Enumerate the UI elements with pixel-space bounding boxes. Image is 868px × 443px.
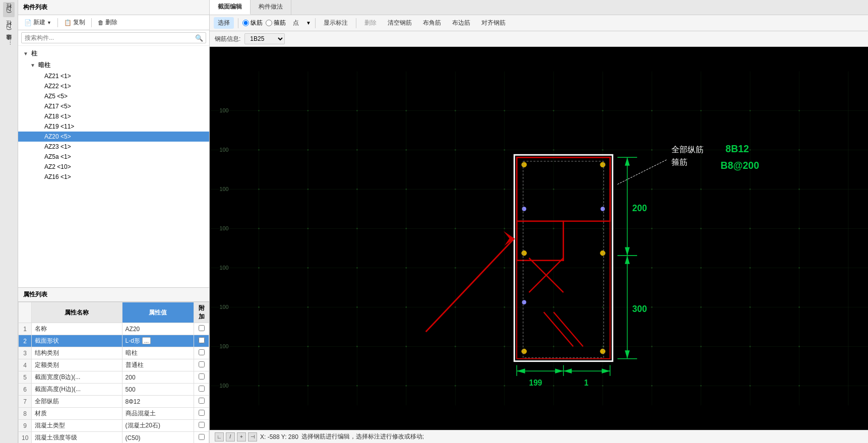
corner-rebar-button[interactable]: 布角筋 bbox=[419, 17, 445, 29]
svg-point-112 bbox=[553, 385, 554, 387]
prop-checkbox-cell[interactable] bbox=[194, 359, 209, 371]
svg-point-83 bbox=[307, 306, 308, 308]
tree-item-az19[interactable]: AZ19 <11> bbox=[18, 121, 209, 132]
align-rebar-button[interactable]: 对齐钢筋 bbox=[477, 17, 510, 29]
prop-name-cell: 名称 bbox=[32, 323, 122, 335]
prop-checkbox[interactable] bbox=[199, 373, 205, 379]
prop-checkbox-cell[interactable] bbox=[194, 335, 209, 347]
svg-point-25 bbox=[405, 110, 407, 111]
longitudinal-radio-label[interactable]: 纵筋 bbox=[242, 19, 263, 27]
prop-checkbox-cell[interactable] bbox=[194, 432, 209, 444]
tab-section-edit[interactable]: 截面编辑 bbox=[210, 0, 251, 15]
steel-info-select[interactable]: 1B25 2B25 3B25 bbox=[244, 33, 285, 44]
longitudinal-radio[interactable] bbox=[242, 20, 249, 26]
tree-item-az16[interactable]: AZ16 <1> bbox=[18, 172, 209, 182]
prop-checkbox[interactable] bbox=[199, 361, 205, 367]
select-tool-button[interactable]: 选择 bbox=[214, 17, 234, 29]
tab-component-method[interactable]: 构件做法 bbox=[251, 0, 291, 15]
prop-checkbox[interactable] bbox=[199, 422, 205, 428]
show-annotation-button[interactable]: 显示标注 bbox=[320, 17, 352, 29]
prop-checkbox-cell[interactable] bbox=[194, 396, 209, 408]
search-input[interactable] bbox=[21, 32, 206, 43]
point-dropdown-icon[interactable]: ▼ bbox=[306, 20, 311, 26]
new-button[interactable]: 📄 新建 ▼ bbox=[21, 17, 54, 28]
steel-info-label: 钢筋信息: bbox=[215, 35, 240, 43]
prop-checkbox[interactable] bbox=[199, 386, 205, 392]
tree-item-az2[interactable]: AZ2 <10> bbox=[18, 162, 209, 172]
props-row[interactable]: 1名称AZ20 bbox=[19, 323, 209, 335]
svg-point-81 bbox=[798, 267, 800, 269]
prop-checkbox-cell[interactable] bbox=[194, 408, 209, 420]
prop-row-num: 8 bbox=[19, 408, 32, 420]
status-icon-angle[interactable]: ∟ bbox=[215, 432, 224, 441]
svg-text:100: 100 bbox=[219, 186, 228, 192]
tree-toggle-zhu: ▼ bbox=[22, 51, 29, 56]
prop-name-cell: 定额类别 bbox=[32, 359, 122, 371]
prop-checkbox[interactable] bbox=[199, 337, 205, 343]
sidebar-item-z1[interactable]: 柱(Z) bbox=[3, 2, 15, 17]
prop-checkbox[interactable] bbox=[199, 398, 205, 404]
prop-value-cell: 商品混凝土 bbox=[122, 408, 194, 420]
status-message: 选择钢筋进行编辑，选择标注进行修改或移动; bbox=[301, 432, 424, 441]
copy-button[interactable]: 📋 复制 bbox=[61, 17, 88, 28]
prop-checkbox[interactable] bbox=[199, 349, 205, 355]
svg-point-94 bbox=[258, 346, 260, 347]
svg-point-34 bbox=[258, 149, 260, 151]
props-row[interactable]: 7全部纵筋8Φ12 bbox=[19, 396, 209, 408]
prop-checkbox-cell[interactable] bbox=[194, 347, 209, 359]
tree-item-az21[interactable]: AZ21 <1> bbox=[18, 71, 209, 81]
props-row[interactable]: 8材质商品混凝土 bbox=[19, 408, 209, 420]
svg-point-68 bbox=[750, 228, 751, 229]
status-icon-slash[interactable]: / bbox=[226, 432, 235, 441]
prop-checkbox-cell[interactable] bbox=[194, 371, 209, 384]
tree-item-az18[interactable]: AZ18 <1> bbox=[18, 111, 209, 121]
tree-item-az22[interactable]: AZ22 <1> bbox=[18, 81, 209, 91]
delete-button[interactable]: 🗑 删除 bbox=[95, 17, 120, 28]
prop-checkbox[interactable] bbox=[199, 434, 205, 440]
prop-checkbox[interactable] bbox=[199, 325, 205, 331]
clear-rebar-button[interactable]: 清空钢筋 bbox=[384, 17, 416, 29]
props-row[interactable]: 10混凝土强度等级(C50) bbox=[19, 432, 209, 444]
cad-tabs: 截面编辑 构件做法 bbox=[210, 0, 868, 15]
status-icon-extend[interactable]: ⊣ bbox=[248, 432, 257, 441]
tree-item-az5a[interactable]: AZ5a <1> bbox=[18, 152, 209, 162]
edge-rebar-button[interactable]: 布边筋 bbox=[448, 17, 474, 29]
sidebar-item-z2[interactable]: 柱(Z) bbox=[3, 19, 15, 34]
prop-edit-button[interactable]: ... bbox=[142, 337, 151, 344]
props-row[interactable]: 3结构类别暗柱 bbox=[19, 347, 209, 359]
svg-point-70 bbox=[258, 267, 260, 269]
props-row[interactable]: 2截面形状L-d形... bbox=[19, 335, 209, 347]
tree-root-zhu[interactable]: ▼ 柱 bbox=[18, 48, 209, 59]
toolbar-delete-button[interactable]: 删除 bbox=[360, 17, 381, 29]
tree-item-az17[interactable]: AZ17 <5> bbox=[18, 101, 209, 111]
tree-item-az5[interactable]: AZ5 <5> bbox=[18, 91, 209, 101]
svg-point-30 bbox=[651, 110, 653, 111]
prop-checkbox-cell[interactable] bbox=[194, 420, 209, 432]
prop-checkbox[interactable] bbox=[199, 410, 205, 416]
svg-point-103 bbox=[700, 346, 702, 347]
prop-checkbox-cell[interactable] bbox=[194, 384, 209, 396]
svg-text:1: 1 bbox=[584, 378, 589, 387]
point-tool-button[interactable]: 点 bbox=[289, 17, 303, 29]
svg-point-62 bbox=[455, 228, 456, 229]
status-icon-plus[interactable]: + bbox=[237, 432, 246, 441]
stirrup-radio-label[interactable]: 箍筋 bbox=[266, 19, 286, 27]
svg-point-40 bbox=[553, 149, 554, 151]
props-row[interactable]: 6截面高度(H边)(...500 bbox=[19, 384, 209, 396]
svg-point-79 bbox=[700, 267, 702, 269]
svg-point-88 bbox=[553, 306, 554, 308]
prop-value-cell[interactable]: L-d形... bbox=[122, 335, 194, 347]
prop-checkbox-cell[interactable] bbox=[194, 323, 209, 335]
tree-item-az23[interactable]: AZ23 <1> bbox=[18, 142, 209, 152]
props-row[interactable]: 4定额类别普通柱 bbox=[19, 359, 209, 371]
stirrup-radio[interactable] bbox=[266, 20, 272, 26]
tree-item-az20[interactable]: AZ20 <5> bbox=[18, 132, 209, 142]
props-row[interactable]: 5截面宽度(B边)(...200 bbox=[19, 371, 209, 384]
svg-point-67 bbox=[700, 228, 702, 229]
tree-category-anzhu[interactable]: ▼ 暗柱 bbox=[18, 59, 209, 71]
sidebar-item-edge[interactable]: 边缘非... bbox=[3, 36, 15, 49]
col-val-header: 属性值 bbox=[122, 302, 194, 323]
props-row[interactable]: 9混凝土类型(混凝土20石) bbox=[19, 420, 209, 432]
svg-point-39 bbox=[504, 149, 505, 151]
svg-point-61 bbox=[405, 228, 407, 229]
